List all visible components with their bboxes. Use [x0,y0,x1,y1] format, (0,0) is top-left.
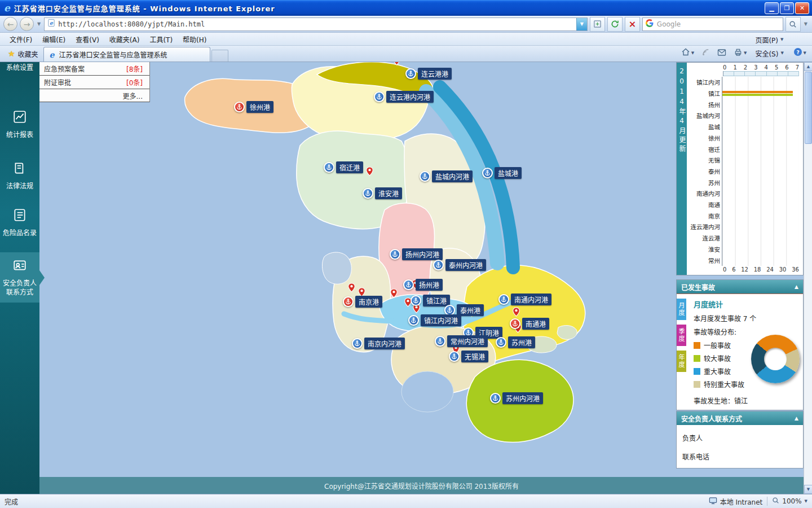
map-area[interactable]: 连云港港连云港内河港徐州港宿迁港淮安港盐城内河港盐城港扬州内河港泰州内河港扬州港… [39,62,804,494]
port-marker-无锡港[interactable]: 无锡港 [449,351,488,362]
incident-pin-icon[interactable] [392,62,401,68]
maximize-button[interactable]: ❐ [780,2,794,14]
sidebar-item[interactable]: 系统设置 [0,62,39,75]
port-marker-徐州港[interactable]: 徐州港 [234,101,273,113]
collapse-icon[interactable]: ▲ [795,415,798,421]
contact-header[interactable]: 安全负责人联系方式 ▲ [677,411,803,425]
port-marker-泰州内河港[interactable]: 泰州内河港 [433,259,486,271]
port-marker-苏州内河港[interactable]: 苏州内河港 [490,392,543,404]
menu-item[interactable]: 工具(T) [144,33,178,46]
scrollbar-thumb[interactable] [805,72,812,144]
port-marker-苏州港[interactable]: 苏州港 [496,336,535,348]
port-marker-南京港[interactable]: 南京港 [343,296,382,308]
forward-button[interactable]: → [20,17,34,31]
home-button[interactable]: ▼ [678,46,697,60]
close-button[interactable]: ✕ [795,2,809,14]
minimize-button[interactable]: ▁ [765,2,779,14]
compatibility-button[interactable] [590,17,605,32]
sidebar-item[interactable]: 安全负责人 联系方式 [0,252,39,303]
menu-item[interactable]: 查看(V) [70,33,104,46]
tab-title: 江苏省港口安全监管与应急管理系统 [59,50,205,59]
address-dropdown-icon[interactable]: ▼ [576,18,587,30]
sidebar: 系统设置统计报表法律法规危险品名录安全负责人 联系方式 [0,62,39,494]
chart-icon [12,110,27,126]
scroll-down-button[interactable]: ▼ [804,485,812,494]
port-marker-南通内河港[interactable]: 南通内河港 [498,294,551,305]
chart-category-label: 徐州 [687,134,722,142]
port-marker-连云港港[interactable]: 连云港港 [405,68,452,80]
port-label: 盐城内河港 [432,170,473,182]
tab-main[interactable]: e 江苏省港口安全监管与应急管理系统 [43,47,210,62]
accident-tab-2[interactable]: 季度 [677,325,686,346]
history-dropdown-icon[interactable]: ▼ [36,21,42,27]
port-marker-镇江内河港[interactable]: 镇江内河港 [408,314,461,326]
scroll-up-button[interactable]: ▲ [804,62,812,71]
port-label: 连云港港 [418,68,452,80]
port-marker-扬州内河港[interactable]: 扬州内河港 [390,248,443,260]
incident-pin-icon[interactable] [511,307,521,319]
chart-row: 连云港内河 [687,221,799,233]
mail-button[interactable] [714,46,729,60]
menu-item[interactable]: 收藏夹(A) [104,33,145,46]
menu-item[interactable]: 文件(F) [5,33,37,46]
help-icon: ? [793,47,802,59]
port-marker-盐城内河港[interactable]: 盐城内河港 [420,170,473,182]
new-tab-button[interactable] [211,50,228,62]
port-label: 苏州港 [508,336,535,348]
port-marker-连云港内河港[interactable]: 连云港内河港 [374,91,434,103]
help-button[interactable]: ?▼ [791,46,809,60]
menu-item[interactable]: 编辑(E) [37,33,70,46]
vertical-scrollbar[interactable]: ▲ ▼ [804,62,812,494]
zoom-control[interactable]: 100% ▼ [772,497,807,506]
incident-pin-icon[interactable] [365,167,374,178]
port-label: 镇江内河港 [421,314,461,326]
address-field[interactable]: e http://localhost:8080/yjpt/Main.html ▼ [44,17,588,31]
search-dropdown-icon[interactable]: ▼ [803,21,809,27]
chart-row: 苏州 [687,177,799,188]
incident-pin-icon[interactable] [389,288,399,300]
url-text: http://localhost:8080/yjpt/Main.html [58,20,573,28]
port-marker-盐城港[interactable]: 盐城港 [482,167,522,179]
menu-item[interactable]: 帮助(H) [178,33,211,46]
stop-icon: × [629,20,636,29]
port-marker-宿迁港[interactable]: 宿迁港 [324,161,363,173]
back-button[interactable]: ← [3,17,17,31]
anchor-icon [234,102,245,112]
status-bar: 完成 本地 Intranet 100% ▼ [0,494,812,508]
port-label: 苏州内河港 [502,392,543,404]
accidents-header[interactable]: 已发生事故 ▲ [677,280,803,294]
port-marker-南京内河港[interactable]: 南京内河港 [352,338,405,349]
legend-label: 特别重大事故 [704,379,744,389]
search-button[interactable] [785,17,801,32]
legend-swatch [694,381,700,388]
refresh-button[interactable] [607,17,623,32]
feeds-button[interactable] [699,46,713,60]
quick-panel-row[interactable]: 应急预案备案[8条] [39,62,149,76]
accident-tab-3[interactable]: 年度 [677,351,686,372]
contact-panel: 安全负责人联系方式 ▲ 负责人联系电话 [676,411,804,468]
favorites-button[interactable]: ★ 收藏夹 [3,47,43,60]
port-marker-常州内河港[interactable]: 常州内河港 [435,335,488,347]
toolbar-button[interactable]: 页面(P)▼ [751,33,788,46]
port-marker-南通港[interactable]: 南通港 [510,318,549,330]
monthly-summary: 本月度发生事故 7 个 [694,313,798,323]
toolbar-button[interactable]: 安全(S)▼ [751,46,788,60]
search-input[interactable]: Google [642,17,783,31]
chart-row: 宿迁 [687,143,799,155]
sidebar-item[interactable]: 危险品名录 [0,202,39,243]
chart-row: 泰州 [687,166,799,177]
more-link[interactable]: 更多... [39,89,149,102]
copyright-text: Copyright@江苏省交通规划设计院股份有限公司 2013版权所有 [324,481,519,491]
sidebar-item[interactable]: 统计报表 [0,104,39,145]
port-marker-淮安港[interactable]: 淮安港 [363,187,402,199]
security-zone: 本地 Intranet [709,497,763,506]
collapse-icon[interactable]: ▲ [795,284,798,290]
print-button[interactable]: ▼ [731,46,749,60]
quick-panel-row[interactable]: 附证审批[0条] [39,76,149,89]
incident-pin-icon[interactable] [347,283,356,295]
accident-tab-1[interactable]: 月度 [677,299,686,320]
chart-category-label: 盐城内河 [687,111,722,120]
stop-button[interactable]: × [625,17,640,32]
sidebar-item[interactable]: 法律法规 [0,155,39,196]
port-marker-扬州港[interactable]: 扬州港 [403,279,443,291]
